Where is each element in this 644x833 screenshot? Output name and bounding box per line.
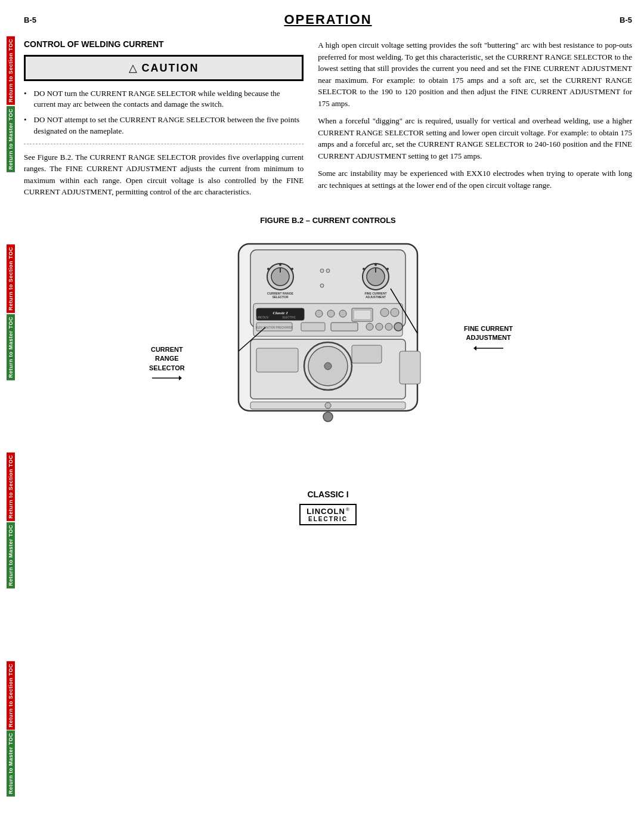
svg-point-53 [325,402,331,408]
bullet-item-2: DO NOT attempt to set the CURRENT RANGE … [24,114,304,136]
svg-point-17 [374,264,377,266]
bullet-text-2: DO NOT attempt to set the CURRENT RANGE … [34,114,304,136]
svg-point-54 [323,412,333,422]
svg-point-24 [320,284,324,287]
sidebar-return-master-3[interactable]: Return to Master TOC [7,522,15,589]
svg-point-41 [366,323,373,330]
svg-point-9 [279,264,281,266]
body-columns: CONTROL OF WELDING CURRENT △ CAUTION DO … [24,39,632,204]
svg-text:SELECTOR: SELECTOR [272,295,289,299]
caution-box: △ CAUTION [24,55,304,81]
sidebar-return-master-2[interactable]: Return to Master TOC [7,314,15,380]
classic-i-label: CLASSIC I [24,490,632,499]
lincoln-registered: ® [346,507,349,512]
sidebar-return-master-4[interactable]: Return to Master TOC [7,730,15,797]
sidebar-return-section-2[interactable]: Return to Section TOC [7,244,15,313]
section-heading: CONTROL OF WELDING CURRENT [24,39,304,49]
label-current-range: CURRENT RANGE SELECTOR [149,345,185,381]
sidebar-return-section-1[interactable]: Return to Section TOC [7,36,15,105]
svg-text:ELECTRIC: ELECTRIC [283,316,296,319]
svg-point-19 [386,268,389,270]
toc-group-4: Return to Section TOC Return to Master T… [0,661,21,797]
toc-group-1: Return to Section TOC Return to Master T… [0,36,21,172]
svg-point-23 [326,269,330,272]
svg-rect-47 [256,348,298,372]
page-number-left: B-5 [24,16,36,24]
svg-text:ADJUSTMENT: ADJUSTMENT [366,295,386,299]
arrow-fine-current [473,345,503,351]
svg-point-11 [291,268,293,270]
figure-bottom: CLASSIC I LINCOLN ® ELECTRIC [24,490,632,525]
svg-point-31 [327,310,335,317]
svg-rect-40 [331,323,358,331]
svg-text:ELEV IGNITION PRECHARGE: ELEV IGNITION PRECHARGE [256,326,293,329]
svg-point-50 [324,363,332,370]
svg-rect-46 [352,345,382,363]
bullet-text-1: DO NOT turn the CURRENT RANGE SELECTOR w… [34,88,304,110]
caution-bullet-list: DO NOT turn the CURRENT RANGE SELECTOR w… [24,88,304,137]
svg-rect-34 [354,310,371,320]
page-title: OPERATION [36,12,620,27]
svg-point-36 [391,308,399,317]
svg-point-22 [320,269,324,272]
sidebar-return-section-4[interactable]: Return to Section TOC [7,661,15,730]
svg-text:LINCOLN: LINCOLN [256,316,268,319]
svg-rect-39 [301,323,325,331]
svg-marker-3 [473,346,476,351]
lincoln-electric-logo: LINCOLN ® ELECTRIC [299,504,357,525]
svg-rect-51 [400,351,420,384]
svg-point-42 [376,323,383,330]
svg-point-10 [267,268,270,270]
page-header: B-5 OPERATION B-5 [24,12,632,30]
main-content: B-5 OPERATION B-5 CONTROL OF WELDING CUR… [24,0,632,525]
page-number-right: B-5 [620,16,632,24]
svg-point-30 [315,310,323,317]
right-column: A high open circuit voltage setting prov… [318,39,632,204]
toc-group-3: Return to Section TOC Return to Master T… [0,453,21,589]
svg-point-35 [380,308,389,317]
section-divider [24,144,304,144]
caution-triangle-icon: △ [129,61,137,75]
diagram-wrapper: CURRENT RANGE SELECTOR FINE CURRENT ADJU… [143,232,513,482]
lincoln-name: LINCOLN [306,507,345,516]
right-para-2: When a forceful "digging" arc is require… [318,115,632,162]
svg-marker-1 [179,376,182,380]
sidebar-toc: Return to Section TOC Return to Master T… [0,0,21,833]
left-body-para: See Figure B.2. The CURRENT RANGE SELECT… [24,151,304,198]
right-para-3: Some arc instability may be experienced … [318,168,632,191]
figure-section: FIGURE B.2 – CURRENT CONTROLS CURRENT RA… [24,216,632,525]
label-fine-current: FINE CURRENT ADJUSTMENT [464,324,513,351]
svg-text:Classic I: Classic I [273,311,287,315]
caution-label: CAUTION [142,62,199,75]
toc-group-2: Return to Section TOC Return to Master T… [0,244,21,380]
svg-point-18 [363,268,365,270]
figure-caption: FIGURE B.2 – CURRENT CONTROLS [24,216,632,225]
svg-point-44 [394,323,402,331]
machine-diagram: CURRENT RANGE SELECTOR FINE CURRENT ADJU… [203,232,453,482]
lincoln-electric-text: ELECTRIC [308,516,348,522]
bullet-item-1: DO NOT turn the CURRENT RANGE SELECTOR w… [24,88,304,110]
left-column: CONTROL OF WELDING CURRENT △ CAUTION DO … [24,39,304,204]
sidebar-return-section-3[interactable]: Return to Section TOC [7,453,15,521]
arrow-current-range [152,375,182,381]
svg-point-32 [339,310,346,317]
svg-point-43 [385,323,392,330]
sidebar-return-master-1[interactable]: Return to Master TOC [7,106,15,172]
right-para-1: A high open circuit voltage setting prov… [318,39,632,109]
